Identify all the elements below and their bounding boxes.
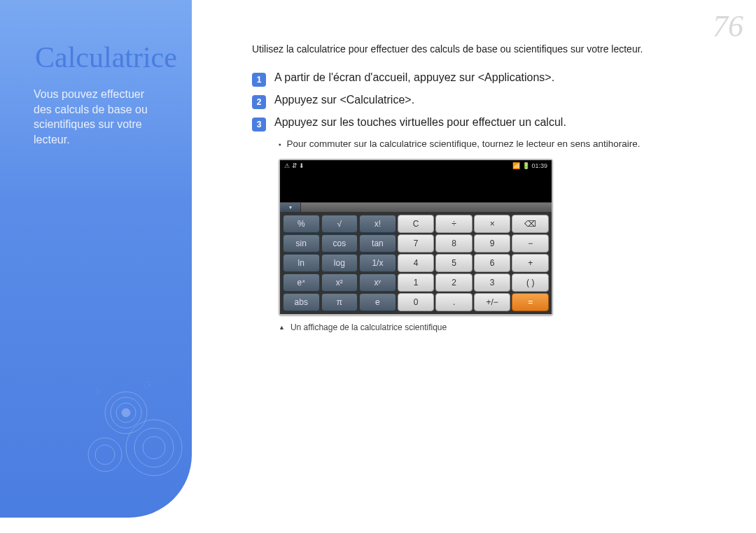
calc-key: ( ) [512,273,549,292]
calc-key: 6 [474,254,511,272]
steps-list: 1 A partir de l'écran d'accueil, appuyez… [252,71,739,132]
calc-key: 1/x [359,254,396,272]
screenshot-caption: Un affichage de la calculatrice scientif… [279,322,739,332]
calc-key: 2 [435,273,472,292]
svg-point-3 [122,408,130,417]
calc-key: C [398,215,435,233]
calc-key: 1 [398,273,435,292]
page-subtitle: Vous pouvez effectuer des calculs de bas… [34,87,158,147]
calc-key: x² [321,273,358,292]
calc-key: sin [283,234,320,253]
calc-key: e [359,293,396,311]
calc-key: 9 [474,234,511,253]
step-number-badge: 3 [252,118,266,132]
status-right-icons: 📶 🔋 01:39 [512,162,547,169]
calc-key: ln [283,254,320,272]
decorative-circles [77,371,196,490]
page-title: Calculatrice [35,41,158,74]
main-content: Utilisez la calculatrice pour effectuer … [252,43,739,332]
step-text: A partir de l'écran d'accueil, appuyez s… [274,71,554,84]
calc-display [280,171,552,202]
calc-key: +/− [474,293,511,311]
calc-key: . [435,293,472,311]
svg-point-6 [143,436,165,459]
sub-bullet-text: Pour commuter sur la calculatrice scient… [279,138,739,149]
calc-key: 7 [398,234,435,253]
step-number-badge: 1 [252,73,266,87]
calc-status-bar: ⚠ ⇵ ⬇ 📶 🔋 01:39 [280,160,552,171]
calc-key: = [512,293,549,311]
calc-key: + [512,254,549,272]
step-text: Appuyez sur les touches virtuelles pour … [274,116,566,129]
calc-key: x! [359,215,396,233]
svg-point-7 [88,438,122,471]
step-number-badge: 2 [252,95,266,109]
calc-key: 3 [474,273,511,292]
calc-key: ÷ [435,215,472,233]
calc-key: cos [321,234,358,253]
calc-key: eˣ [283,273,320,292]
page-number: 76 [713,8,743,44]
step-text: Appuyez sur <Calculatrice>. [274,94,414,106]
calc-key: % [283,215,320,233]
calc-key: 8 [435,234,472,253]
calc-key: 5 [435,254,472,272]
calc-key: log [321,254,358,272]
calc-key: xʸ [359,273,396,292]
calc-key: π [321,293,358,311]
calc-keypad: %√x!C÷×⌫sincostan789−lnlog1/x456+eˣx²xʸ1… [280,212,552,314]
calc-key: 4 [398,254,435,272]
calc-key: × [474,215,511,233]
calc-tab-bar: ▾ [280,202,552,212]
calc-key: tan [359,234,396,253]
tab-dropdown-icon: ▾ [280,203,301,212]
calc-key: √ [321,215,358,233]
svg-point-10 [96,390,100,394]
svg-point-5 [134,428,174,467]
status-left-icons: ⚠ ⇵ ⬇ [284,162,304,169]
intro-text: Utilisez la calculatrice pour effectuer … [252,43,739,55]
step-item: 3 Appuyez sur les touches virtuelles pou… [252,116,739,132]
step-item: 2 Appuyez sur <Calculatrice>. [252,94,739,109]
calc-key: ⌫ [512,215,549,233]
svg-point-9 [144,382,150,388]
calc-key: − [512,234,549,253]
svg-point-8 [95,445,115,464]
calc-key: abs [283,293,320,311]
calculator-screenshot: ⚠ ⇵ ⬇ 📶 🔋 01:39 ▾ %√x!C÷×⌫sincostan789−l… [279,159,553,315]
step-item: 1 A partir de l'écran d'accueil, appuyez… [252,71,739,87]
calc-key: 0 [398,293,435,311]
sidebar: Calculatrice Vous pouvez effectuer des c… [0,0,192,518]
